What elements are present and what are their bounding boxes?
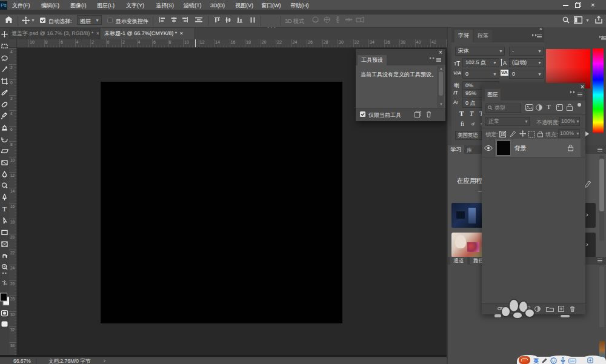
svg-text:T: T: [2, 205, 7, 213]
svg-text:A: A: [503, 60, 507, 66]
